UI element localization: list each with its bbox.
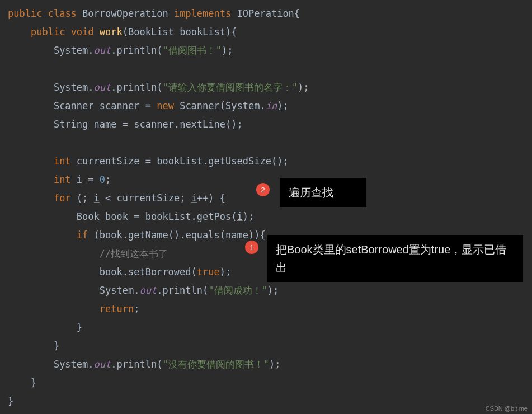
keyword-public: public xyxy=(8,8,42,19)
code-line: } xyxy=(8,318,532,337)
var-i: i xyxy=(191,192,197,204)
annotation-box-1: 把Book类里的setBorrowed置为true，显示已借出 xyxy=(267,235,523,282)
comment: //找到这本书了 xyxy=(100,248,168,259)
string-literal: "请输入你要借阅图书的名字：" xyxy=(162,82,297,93)
code-line: System.out.println("请输入你要借阅图书的名字："); xyxy=(8,78,532,97)
scanner-obj: scanner xyxy=(134,119,174,130)
getpos-method: getPos xyxy=(197,211,231,222)
var-i: i xyxy=(94,192,100,204)
var-i: i xyxy=(237,211,243,222)
getname-method: getName xyxy=(128,229,168,241)
println-method: println xyxy=(162,285,203,296)
book-obj: book xyxy=(100,229,123,241)
string-literal: "没有你要借阅的图书！" xyxy=(162,359,269,370)
ctor-scanner: Scanner xyxy=(180,100,220,111)
keyword-int: int xyxy=(54,156,71,167)
keyword-true: true xyxy=(197,266,220,277)
code-line: for (; i < currentSize; i++) { xyxy=(8,189,532,208)
code-line-blank xyxy=(8,60,532,78)
var-i: i xyxy=(77,174,82,185)
code-line: System.out.println("借阅图书！"); xyxy=(8,41,532,60)
annotation-badge-1: 1 xyxy=(245,241,258,254)
code-line: System.out.println("没有你要借阅的图书！"); xyxy=(8,355,532,374)
setborrowed-method: setBorrowed xyxy=(128,266,191,277)
interface-name: IOPeration xyxy=(237,8,294,19)
var-name: name xyxy=(225,229,248,241)
system-class: System xyxy=(54,45,88,56)
var-currentsize: currentSize xyxy=(77,156,140,167)
booklist-obj: bookList xyxy=(145,211,191,222)
println-method: println xyxy=(117,45,157,56)
param-name: bookList xyxy=(180,26,225,37)
code-line: Book book = bookList.getPos(i); xyxy=(8,208,532,226)
println-method: println xyxy=(117,82,157,93)
number-literal: 0 xyxy=(100,174,105,185)
code-line: public class BorrowOperation implements … xyxy=(8,4,532,23)
var-currentsize: currentSize xyxy=(117,192,180,204)
code-line: Scanner scanner = new Scanner(System.in)… xyxy=(8,97,532,115)
out-field: out xyxy=(94,359,111,370)
annotation-box-2: 遍历查找 xyxy=(280,178,366,207)
out-field: out xyxy=(94,45,111,56)
code-line: String name = scanner.nextLine(); xyxy=(8,115,532,134)
code-line: System.out.println("借阅成功！"); xyxy=(8,281,532,300)
out-field: out xyxy=(139,285,157,296)
code-line: } xyxy=(8,392,532,411)
var-book: book xyxy=(105,211,128,222)
keyword-public: public xyxy=(31,26,65,37)
in-field: in xyxy=(266,100,277,111)
var-scanner: scanner xyxy=(100,100,140,111)
code-line: return; xyxy=(8,300,532,318)
paren: ( xyxy=(123,26,128,37)
getusedsize-method: getUsedSize xyxy=(208,156,271,167)
code-line: int i = 0; xyxy=(8,171,532,189)
code-area: public class BorrowOperation implements … xyxy=(0,0,532,411)
type-string: String xyxy=(54,119,88,130)
keyword-int: int xyxy=(54,174,71,185)
code-line: int currentSize = bookList.getUsedSize()… xyxy=(8,152,532,171)
param-type: BookList xyxy=(128,26,174,37)
keyword-void: void xyxy=(71,26,94,37)
brace: } xyxy=(31,377,36,388)
keyword-implements: implements xyxy=(174,8,231,19)
code-line-blank xyxy=(8,134,532,152)
code-line: } xyxy=(8,337,532,355)
system-class: System xyxy=(54,82,88,93)
string-literal: "借阅图书！" xyxy=(162,45,221,56)
class-name: BorrowOperation xyxy=(82,8,168,19)
keyword-if: if xyxy=(77,229,88,241)
brace: } xyxy=(54,340,59,351)
system-class: System xyxy=(54,359,88,370)
method-name: work xyxy=(100,26,123,37)
book-obj: book xyxy=(100,266,123,277)
booklist-obj: bookList xyxy=(157,156,203,167)
keyword-new: new xyxy=(157,100,174,111)
watermark: CSDN @bit me xyxy=(486,405,528,412)
system-class: System xyxy=(225,100,260,111)
type-scanner: Scanner xyxy=(54,100,94,111)
code-line: public void work(BookList bookList){ xyxy=(8,23,532,41)
system-class: System xyxy=(100,285,134,296)
keyword-for: for xyxy=(54,192,71,204)
code-line: } xyxy=(8,374,532,392)
var-name: name xyxy=(94,119,117,130)
paren: ) xyxy=(225,26,231,37)
println-method: println xyxy=(117,359,157,370)
brace: { xyxy=(294,8,300,19)
equals-method: equals xyxy=(185,229,219,241)
keyword-return: return xyxy=(100,303,134,314)
brace: { xyxy=(231,26,237,37)
keyword-class: class xyxy=(48,8,77,19)
brace: } xyxy=(8,396,13,407)
annotation-badge-2: 2 xyxy=(256,183,270,196)
type-book: Book xyxy=(77,211,100,222)
string-literal: "借阅成功！" xyxy=(208,285,267,296)
nextline-method: nextLine xyxy=(180,119,225,130)
out-field: out xyxy=(94,82,111,93)
brace: } xyxy=(77,322,82,333)
